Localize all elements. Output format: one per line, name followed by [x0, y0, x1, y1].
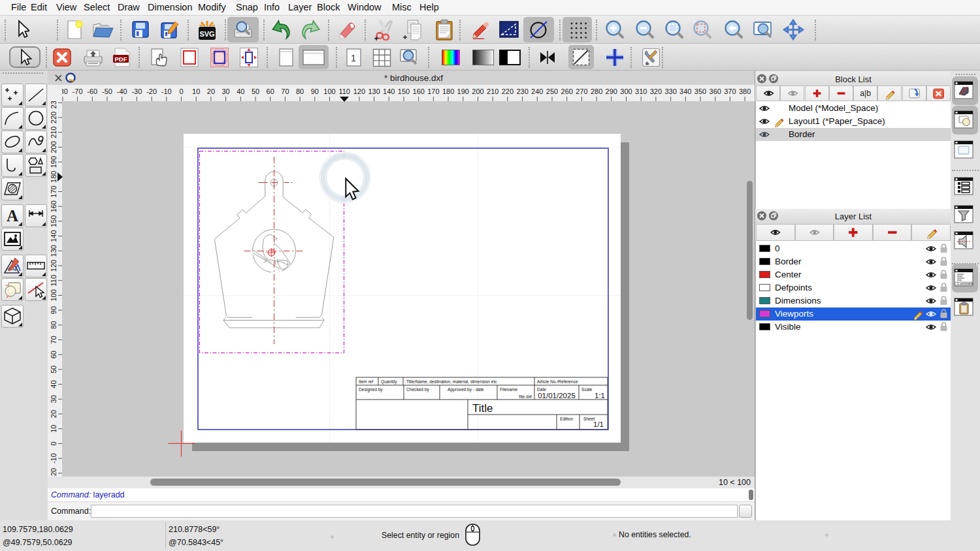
svg-text:110: 110: [50, 275, 57, 287]
svg-text:100: 100: [50, 289, 57, 301]
svg-text:170: 170: [427, 87, 439, 95]
svg-text:Scale: Scale: [581, 387, 593, 392]
svg-text:Filename: Filename: [500, 387, 517, 392]
svg-text:200: 200: [472, 87, 483, 95]
svg-text:170: 170: [50, 185, 57, 197]
svg-text:PDF: PDF: [115, 55, 127, 63]
svg-text:180: 180: [442, 87, 454, 95]
svg-text:60: 60: [267, 87, 274, 95]
svg-text:240: 240: [531, 87, 543, 95]
svg-text:Edition: Edition: [560, 417, 573, 421]
svg-text:120: 120: [50, 260, 57, 272]
svg-text:C command: C command: [957, 282, 973, 285]
svg-text:-10: -10: [161, 87, 172, 95]
svg-text:150: 150: [398, 87, 410, 95]
svg-text:230: 230: [516, 87, 528, 95]
svg-text:-60: -60: [87, 87, 97, 95]
svg-text:260: 260: [561, 87, 573, 95]
svg-text:370: 370: [724, 87, 736, 95]
svg-text:80: 80: [50, 321, 57, 329]
svg-text:a|b: a|b: [860, 89, 871, 98]
svg-text:Title: Title: [472, 402, 493, 415]
svg-text:30: 30: [221, 87, 229, 95]
svg-text:Title/Name, destination, mater: Title/Name, destination, material, dimen…: [406, 379, 497, 384]
svg-text:file.dxf: file.dxf: [519, 394, 532, 399]
svg-text:-30: -30: [131, 87, 142, 95]
svg-text:280: 280: [591, 87, 602, 95]
svg-text:1/1: 1/1: [593, 420, 604, 428]
svg-text:140: 140: [50, 230, 57, 242]
svg-text:10: 10: [50, 425, 57, 433]
svg-text:110: 110: [338, 87, 350, 95]
svg-text:20: 20: [50, 410, 57, 418]
svg-text:A: A: [7, 207, 18, 225]
svg-text:-20: -20: [146, 87, 157, 95]
svg-text:40: 40: [50, 380, 57, 388]
svg-text:70: 70: [50, 336, 57, 343]
svg-text:220: 220: [50, 112, 57, 123]
svg-text:40: 40: [237, 87, 244, 95]
svg-text:150: 150: [50, 215, 57, 227]
svg-text:340: 340: [679, 87, 691, 95]
svg-text:50: 50: [252, 87, 259, 95]
svg-text:160: 160: [413, 87, 425, 95]
svg-text:-40: -40: [117, 87, 127, 95]
svg-text:30: 30: [50, 395, 57, 403]
svg-text:20: 20: [207, 87, 215, 95]
svg-text:100: 100: [323, 87, 335, 95]
svg-text:270: 270: [576, 87, 587, 95]
svg-text:320: 320: [650, 87, 662, 95]
svg-text:01/01/2025: 01/01/2025: [538, 392, 576, 400]
svg-text:-50: -50: [102, 87, 112, 95]
svg-text:Designed by: Designed by: [359, 387, 383, 392]
svg-text:-70: -70: [73, 87, 83, 95]
svg-text:380: 380: [739, 87, 751, 95]
svg-text:180: 180: [50, 171, 57, 183]
svg-text:130: 130: [368, 87, 380, 95]
svg-text:220: 220: [502, 87, 514, 95]
svg-text:190: 190: [457, 87, 469, 95]
svg-text:130: 130: [50, 245, 57, 257]
svg-text:290: 290: [606, 87, 617, 95]
svg-text:0: 0: [50, 441, 57, 445]
svg-text:360: 360: [710, 87, 721, 95]
svg-text:80: 80: [296, 87, 304, 95]
svg-text:60: 60: [50, 351, 57, 358]
svg-text:SVG: SVG: [199, 30, 214, 38]
svg-text:90: 90: [311, 87, 319, 95]
svg-text:200: 200: [50, 141, 57, 153]
svg-text:310: 310: [635, 87, 647, 95]
svg-text:90: 90: [50, 306, 57, 314]
svg-text:Quantity: Quantity: [381, 379, 397, 385]
svg-text:50: 50: [50, 366, 57, 373]
svg-text:140: 140: [383, 87, 395, 95]
svg-text:-10: -10: [50, 453, 57, 464]
svg-text:190: 190: [50, 156, 57, 168]
svg-text:330: 330: [664, 87, 676, 95]
svg-text:350: 350: [694, 87, 706, 95]
svg-text:1:1: 1:1: [595, 392, 605, 400]
svg-text:70: 70: [281, 87, 289, 95]
svg-text:-20: -20: [50, 468, 57, 477]
svg-text:120: 120: [353, 87, 365, 95]
svg-text:Checked by: Checked by: [406, 387, 430, 392]
svg-text:Article No./Reference: Article No./Reference: [537, 379, 578, 384]
svg-text:210: 210: [50, 127, 57, 138]
svg-text:1: 1: [351, 53, 356, 63]
svg-text:Approved by - date: Approved by - date: [448, 387, 484, 392]
svg-text:250: 250: [546, 87, 558, 95]
svg-text:210: 210: [487, 87, 498, 95]
svg-text:160: 160: [50, 200, 57, 212]
svg-text:0: 0: [179, 87, 183, 95]
svg-text:Item ref: Item ref: [359, 379, 374, 384]
svg-text:10: 10: [192, 87, 200, 95]
svg-text:300: 300: [620, 87, 632, 95]
